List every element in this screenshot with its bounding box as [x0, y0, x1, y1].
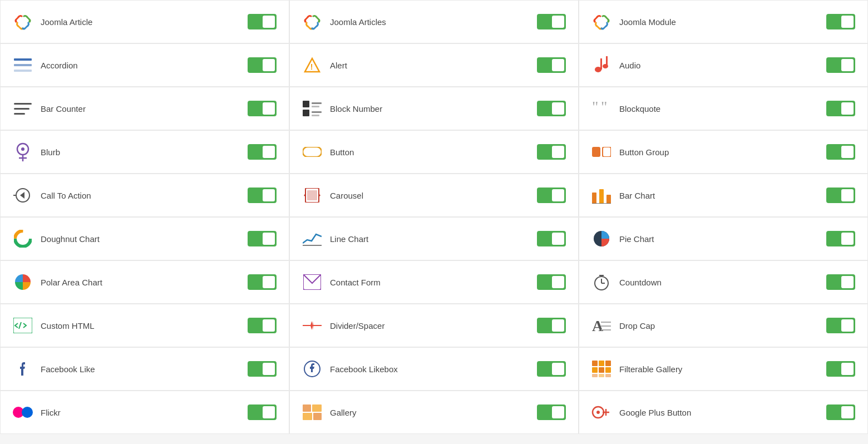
item-left-joomla-articles: Joomla Articles [302, 12, 386, 32]
gallery-icon [302, 402, 322, 422]
item-left-google-plus-button: Google Plus Button [591, 402, 691, 422]
svg-rect-63 [592, 374, 598, 377]
joomla-icon [591, 12, 611, 32]
svg-rect-8 [606, 56, 608, 66]
toggle-button[interactable] [537, 144, 566, 160]
toggle-bar-chart[interactable] [826, 188, 855, 203]
toggle-audio[interactable] [826, 57, 855, 73]
item-left-countdown: Countdown [591, 272, 662, 292]
toggle-doughnut-chart[interactable] [248, 231, 277, 246]
item-label-button: Button [330, 147, 354, 157]
drop-cap-icon: A [591, 315, 611, 336]
module-item-bar-chart: Bar Chart [579, 174, 868, 217]
svg-rect-71 [313, 413, 322, 420]
toggle-knob-drop-cap [841, 319, 854, 332]
facebook-like-icon [13, 359, 33, 379]
item-left-flickr: Flickr [13, 402, 61, 422]
item-left-pie-chart: Pie Chart [591, 229, 654, 249]
svg-rect-61 [599, 367, 604, 373]
item-label-accordion: Accordion [41, 61, 78, 70]
toggle-facebook-likebox[interactable] [537, 361, 566, 377]
filterable-icon [591, 359, 611, 379]
module-item-bar-counter: Bar Counter [0, 87, 289, 130]
toggle-knob-contact-form [552, 276, 564, 288]
svg-rect-13 [303, 110, 309, 116]
svg-rect-59 [605, 361, 611, 366]
item-left-call-to-action: Call To Action [13, 185, 91, 205]
item-left-joomla-article: Joomla Article [13, 12, 92, 32]
toggle-knob-gallery [552, 406, 564, 418]
module-item-gallery: Gallery [289, 391, 579, 434]
toggle-drop-cap[interactable] [826, 318, 855, 333]
toggle-knob-bar-chart [841, 189, 854, 201]
item-left-block-number: Block Number [302, 98, 382, 119]
module-item-call-to-action: Call To Action [0, 174, 289, 217]
toggle-gallery[interactable] [537, 404, 566, 420]
module-item-drop-cap: A Drop Cap [579, 304, 868, 347]
item-label-facebook-like: Facebook Like [41, 364, 95, 374]
svg-rect-2 [14, 70, 32, 72]
toggle-countdown[interactable] [826, 274, 855, 290]
toggle-joomla-module[interactable] [826, 14, 855, 29]
module-item-accordion: Accordion [0, 43, 289, 87]
svg-rect-60 [592, 367, 598, 373]
item-left-accordion: Accordion [13, 55, 78, 75]
item-label-block-number: Block Number [330, 104, 382, 114]
toggle-flickr[interactable] [248, 404, 277, 420]
toggle-joomla-article[interactable] [248, 14, 277, 29]
toggle-pie-chart[interactable] [826, 231, 855, 246]
toggle-google-plus-button[interactable] [826, 404, 855, 420]
toggle-call-to-action[interactable] [248, 188, 277, 203]
toggle-contact-form[interactable] [537, 274, 566, 290]
flickr-icon [13, 402, 33, 422]
module-item-carousel: Carousel [289, 174, 579, 217]
cta-icon [13, 185, 33, 205]
svg-rect-70 [303, 413, 312, 420]
toggle-knob-joomla-articles [552, 16, 564, 28]
svg-rect-17 [312, 115, 319, 116]
toggle-knob-joomla-article [263, 16, 275, 28]
toggle-alert[interactable] [537, 57, 566, 73]
accordion-icon [13, 55, 33, 75]
svg-point-39 [18, 234, 27, 243]
toggle-blockquote[interactable] [826, 101, 855, 116]
item-left-facebook-likebox: Facebook Likebox [302, 359, 398, 379]
toggle-block-number[interactable] [537, 101, 566, 116]
module-item-doughnut-chart: Doughnut Chart [0, 217, 289, 260]
polar-icon [13, 272, 33, 292]
toggle-line-chart[interactable] [537, 231, 566, 246]
toggle-accordion[interactable] [248, 57, 277, 73]
item-left-drop-cap: A Drop Cap [591, 315, 655, 336]
toggle-knob-blockquote [841, 102, 854, 115]
joomla-icon [302, 12, 322, 32]
doughnut-icon [13, 229, 33, 249]
item-left-polar-area-chart: Polar Area Chart [13, 272, 102, 292]
item-label-contact-form: Contact Form [330, 278, 381, 287]
item-label-drop-cap: Drop Cap [619, 321, 655, 330]
toggle-button-group[interactable] [826, 144, 855, 160]
module-item-pie-chart: Pie Chart [579, 217, 868, 260]
toggle-knob-accordion [263, 59, 275, 71]
toggle-joomla-articles[interactable] [537, 14, 566, 29]
toggle-facebook-like[interactable] [248, 361, 277, 377]
module-item-divider-spacer: Divider/Spacer [289, 304, 579, 347]
item-label-facebook-likebox: Facebook Likebox [330, 364, 398, 374]
svg-rect-0 [14, 58, 32, 61]
toggle-knob-doughnut-chart [263, 233, 275, 245]
toggle-knob-call-to-action [263, 189, 275, 201]
toggle-knob-button-group [841, 146, 854, 158]
toggle-blurb[interactable] [248, 144, 277, 160]
toggle-carousel[interactable] [537, 188, 566, 203]
toggle-bar-counter[interactable] [248, 101, 277, 116]
module-item-filterable-gallery: Filterable Gallery [579, 347, 868, 391]
svg-rect-35 [606, 195, 611, 204]
toggle-knob-block-number [552, 102, 564, 115]
item-left-blockquote: " " Blockquote [591, 98, 660, 119]
toggle-custom-html[interactable] [248, 318, 277, 333]
toggle-polar-area-chart[interactable] [248, 274, 277, 290]
svg-rect-6 [600, 58, 602, 70]
toggle-divider-spacer[interactable] [537, 318, 566, 333]
svg-rect-26 [603, 147, 611, 157]
item-left-carousel: Carousel [302, 185, 363, 205]
toggle-filterable-gallery[interactable] [826, 361, 855, 377]
